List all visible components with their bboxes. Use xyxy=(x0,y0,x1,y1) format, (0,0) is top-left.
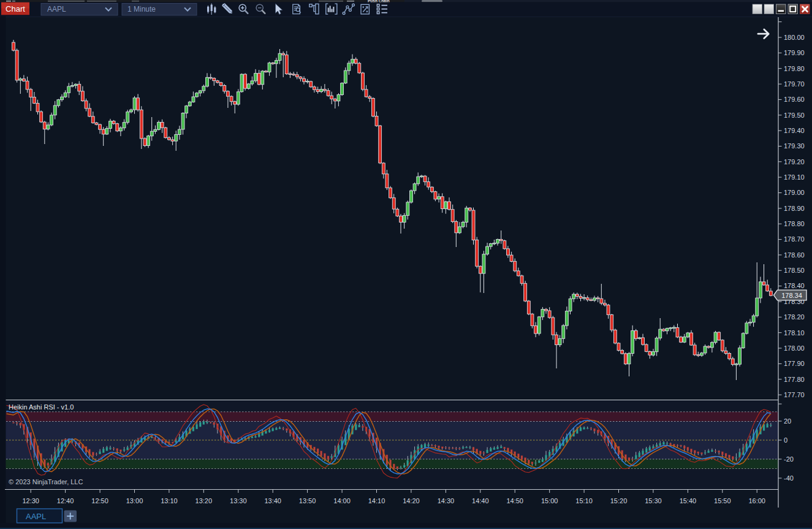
svg-text:179.00: 179.00 xyxy=(784,189,805,196)
svg-text:178.00: 178.00 xyxy=(784,344,805,352)
svg-text:12:30: 12:30 xyxy=(22,497,39,504)
svg-text:179.90: 179.90 xyxy=(784,49,805,56)
svg-text:178.20: 178.20 xyxy=(784,313,805,321)
svg-text:12:50: 12:50 xyxy=(91,497,108,504)
svg-text:-40: -40 xyxy=(784,474,794,482)
svg-text:13:40: 13:40 xyxy=(264,497,281,504)
svg-text:15:20: 15:20 xyxy=(610,497,628,504)
svg-text:-20: -20 xyxy=(784,455,794,463)
svg-text:177.80: 177.80 xyxy=(784,376,805,383)
svg-text:178.10: 178.10 xyxy=(784,329,805,337)
svg-text:177.70: 177.70 xyxy=(784,391,805,398)
svg-text:13:10: 13:10 xyxy=(161,497,178,504)
svg-text:179.10: 179.10 xyxy=(784,173,805,181)
svg-text:178.34: 178.34 xyxy=(781,292,802,299)
svg-text:179.30: 179.30 xyxy=(784,142,805,150)
svg-text:14:40: 14:40 xyxy=(472,497,489,504)
svg-text:179.20: 179.20 xyxy=(784,158,805,166)
svg-text:AAPL: AAPL xyxy=(47,5,66,13)
svg-text:14:20: 14:20 xyxy=(403,497,420,504)
svg-text:14:00: 14:00 xyxy=(333,497,351,504)
svg-text:178.90: 178.90 xyxy=(784,205,805,212)
svg-text:178.60: 178.60 xyxy=(784,251,805,259)
svg-text:1 Minute: 1 Minute xyxy=(127,5,156,13)
svg-text:13:00: 13:00 xyxy=(126,497,143,504)
svg-text:179.40: 179.40 xyxy=(784,127,805,134)
svg-text:15:30: 15:30 xyxy=(645,497,662,504)
svg-text:15:00: 15:00 xyxy=(541,497,558,504)
svg-text:15:40: 15:40 xyxy=(680,497,697,504)
svg-text:13:20: 13:20 xyxy=(195,497,213,504)
svg-text:16:00: 16:00 xyxy=(748,497,765,504)
svg-text:13:50: 13:50 xyxy=(299,497,316,504)
svg-text:179.50: 179.50 xyxy=(784,112,805,119)
svg-text:179.70: 179.70 xyxy=(784,80,805,88)
svg-text:20: 20 xyxy=(784,417,791,425)
svg-text:178.50: 178.50 xyxy=(784,267,805,274)
svg-text:13:30: 13:30 xyxy=(230,497,247,504)
svg-text:© 2023 NinjaTrader, LLC: © 2023 NinjaTrader, LLC xyxy=(9,478,83,485)
svg-text:0: 0 xyxy=(784,436,787,444)
svg-text:Chart: Chart xyxy=(6,4,25,13)
svg-text:AAPL: AAPL xyxy=(26,512,46,521)
svg-text:15:10: 15:10 xyxy=(575,497,593,504)
svg-text:14:50: 14:50 xyxy=(506,497,523,504)
svg-text:178.80: 178.80 xyxy=(784,220,805,227)
svg-text:178.40: 178.40 xyxy=(784,282,805,289)
svg-text:Heikin Ashi RSI - v1.0: Heikin Ashi RSI - v1.0 xyxy=(9,403,74,411)
svg-text:12:40: 12:40 xyxy=(57,497,74,504)
svg-text:14:30: 14:30 xyxy=(438,497,455,504)
svg-text:177.90: 177.90 xyxy=(784,360,805,367)
svg-text:179.80: 179.80 xyxy=(784,65,805,72)
svg-text:179.60: 179.60 xyxy=(784,96,805,103)
svg-text:14:10: 14:10 xyxy=(368,497,385,504)
svg-text:180.00: 180.00 xyxy=(784,34,805,41)
svg-text:15:50: 15:50 xyxy=(714,497,731,504)
svg-text:178.70: 178.70 xyxy=(784,235,805,243)
